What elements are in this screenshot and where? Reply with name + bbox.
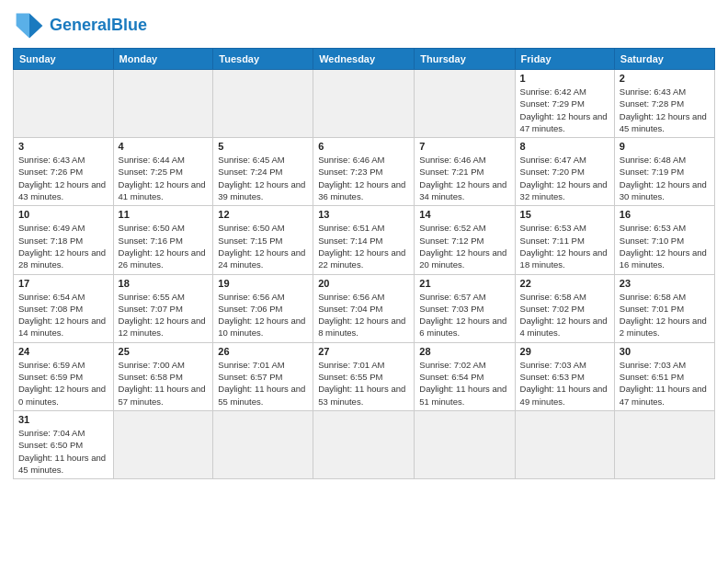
day-info: Sunrise: 7:03 AM Sunset: 6:51 PM Dayligh… — [620, 359, 710, 408]
day-info: Sunrise: 6:55 AM Sunset: 7:07 PM Dayligh… — [119, 291, 209, 339]
day-cell: 2Sunrise: 6:43 AM Sunset: 7:28 PM Daylig… — [614, 70, 714, 138]
svg-marker-1 — [17, 14, 29, 39]
day-cell: 18Sunrise: 6:55 AM Sunset: 7:07 PM Dayli… — [113, 274, 213, 342]
logo-blue: Blue — [111, 16, 147, 34]
day-cell — [213, 70, 313, 138]
day-info: Sunrise: 6:49 AM Sunset: 7:18 PM Dayligh… — [18, 222, 108, 270]
day-cell: 25Sunrise: 7:00 AM Sunset: 6:58 PM Dayli… — [113, 342, 213, 410]
day-info: Sunrise: 6:59 AM Sunset: 6:59 PM Dayligh… — [18, 359, 108, 408]
page: GeneralBlue SundayMondayTuesdayWednesday… — [0, 0, 728, 488]
svg-marker-0 — [29, 14, 42, 39]
day-number: 2 — [620, 73, 710, 84]
day-info: Sunrise: 6:54 AM Sunset: 7:08 PM Dayligh… — [18, 291, 108, 339]
day-info: Sunrise: 6:56 AM Sunset: 7:04 PM Dayligh… — [318, 291, 409, 339]
day-info: Sunrise: 6:43 AM Sunset: 7:28 PM Dayligh… — [620, 86, 710, 134]
day-cell: 19Sunrise: 6:56 AM Sunset: 7:06 PM Dayli… — [213, 274, 313, 342]
weekday-monday: Monday — [113, 49, 213, 70]
day-number: 17 — [18, 278, 108, 289]
day-number: 19 — [218, 278, 308, 289]
day-number: 15 — [520, 209, 609, 220]
day-number: 12 — [218, 209, 308, 220]
day-number: 28 — [419, 346, 509, 357]
week-row-2: 3Sunrise: 6:43 AM Sunset: 7:26 PM Daylig… — [14, 138, 715, 206]
day-number: 26 — [218, 346, 308, 357]
day-number: 9 — [620, 141, 710, 152]
weekday-header-row: SundayMondayTuesdayWednesdayThursdayFrid… — [14, 49, 715, 70]
day-info: Sunrise: 6:48 AM Sunset: 7:19 PM Dayligh… — [620, 154, 710, 202]
day-info: Sunrise: 6:46 AM Sunset: 7:23 PM Dayligh… — [318, 154, 409, 202]
day-cell — [113, 70, 213, 138]
logo-general: General — [50, 16, 111, 34]
day-info: Sunrise: 6:50 AM Sunset: 7:15 PM Dayligh… — [218, 222, 308, 270]
week-row-1: 1Sunrise: 6:42 AM Sunset: 7:29 PM Daylig… — [14, 70, 715, 138]
week-row-6: 31Sunrise: 7:04 AM Sunset: 6:50 PM Dayli… — [14, 410, 715, 478]
day-cell — [213, 410, 313, 478]
day-info: Sunrise: 6:47 AM Sunset: 7:20 PM Dayligh… — [520, 154, 609, 202]
day-number: 24 — [18, 346, 108, 357]
week-row-3: 10Sunrise: 6:49 AM Sunset: 7:18 PM Dayli… — [14, 206, 715, 274]
day-info: Sunrise: 6:58 AM Sunset: 7:01 PM Dayligh… — [620, 291, 710, 339]
day-info: Sunrise: 6:42 AM Sunset: 7:29 PM Dayligh… — [520, 86, 609, 134]
day-cell — [113, 410, 213, 478]
day-cell — [614, 410, 714, 478]
day-cell: 9Sunrise: 6:48 AM Sunset: 7:19 PM Daylig… — [614, 138, 714, 206]
day-cell: 5Sunrise: 6:45 AM Sunset: 7:24 PM Daylig… — [213, 138, 313, 206]
day-number: 13 — [318, 209, 409, 220]
day-info: Sunrise: 6:51 AM Sunset: 7:14 PM Dayligh… — [318, 222, 409, 270]
day-cell: 12Sunrise: 6:50 AM Sunset: 7:15 PM Dayli… — [213, 206, 313, 274]
day-cell: 24Sunrise: 6:59 AM Sunset: 6:59 PM Dayli… — [14, 342, 114, 410]
day-cell: 10Sunrise: 6:49 AM Sunset: 7:18 PM Dayli… — [14, 206, 114, 274]
day-number: 25 — [119, 346, 209, 357]
day-cell — [14, 70, 114, 138]
logo: GeneralBlue — [13, 9, 147, 42]
weekday-thursday: Thursday — [415, 49, 515, 70]
day-cell: 13Sunrise: 6:51 AM Sunset: 7:14 PM Dayli… — [313, 206, 415, 274]
day-number: 6 — [318, 141, 409, 152]
day-info: Sunrise: 7:00 AM Sunset: 6:58 PM Dayligh… — [119, 359, 209, 408]
day-cell: 3Sunrise: 6:43 AM Sunset: 7:26 PM Daylig… — [14, 138, 114, 206]
day-info: Sunrise: 7:02 AM Sunset: 6:54 PM Dayligh… — [419, 359, 509, 408]
day-info: Sunrise: 7:04 AM Sunset: 6:50 PM Dayligh… — [18, 427, 108, 476]
day-cell: 11Sunrise: 6:50 AM Sunset: 7:16 PM Dayli… — [113, 206, 213, 274]
day-number: 22 — [520, 278, 609, 289]
day-info: Sunrise: 7:01 AM Sunset: 6:55 PM Dayligh… — [318, 359, 409, 408]
weekday-sunday: Sunday — [14, 49, 114, 70]
day-cell: 17Sunrise: 6:54 AM Sunset: 7:08 PM Dayli… — [14, 274, 114, 342]
day-cell: 22Sunrise: 6:58 AM Sunset: 7:02 PM Dayli… — [515, 274, 614, 342]
day-cell — [415, 410, 515, 478]
calendar: SundayMondayTuesdayWednesdayThursdayFrid… — [13, 48, 715, 479]
day-info: Sunrise: 7:01 AM Sunset: 6:57 PM Dayligh… — [218, 359, 308, 408]
day-info: Sunrise: 6:44 AM Sunset: 7:25 PM Dayligh… — [119, 154, 209, 202]
day-cell: 27Sunrise: 7:01 AM Sunset: 6:55 PM Dayli… — [313, 342, 415, 410]
day-number: 3 — [18, 141, 108, 152]
day-cell: 1Sunrise: 6:42 AM Sunset: 7:29 PM Daylig… — [515, 70, 614, 138]
day-number: 8 — [520, 141, 609, 152]
day-cell: 14Sunrise: 6:52 AM Sunset: 7:12 PM Dayli… — [415, 206, 515, 274]
day-info: Sunrise: 6:43 AM Sunset: 7:26 PM Dayligh… — [18, 154, 108, 202]
day-cell: 7Sunrise: 6:46 AM Sunset: 7:21 PM Daylig… — [415, 138, 515, 206]
day-cell: 20Sunrise: 6:56 AM Sunset: 7:04 PM Dayli… — [313, 274, 415, 342]
header: GeneralBlue — [13, 9, 715, 42]
day-number: 20 — [318, 278, 409, 289]
logo-icon — [13, 9, 46, 42]
day-number: 23 — [620, 278, 710, 289]
day-cell: 21Sunrise: 6:57 AM Sunset: 7:03 PM Dayli… — [415, 274, 515, 342]
day-cell: 23Sunrise: 6:58 AM Sunset: 7:01 PM Dayli… — [614, 274, 714, 342]
day-number: 30 — [620, 346, 710, 357]
day-number: 16 — [620, 209, 710, 220]
day-number: 18 — [119, 278, 209, 289]
day-info: Sunrise: 6:57 AM Sunset: 7:03 PM Dayligh… — [419, 291, 509, 339]
day-cell: 8Sunrise: 6:47 AM Sunset: 7:20 PM Daylig… — [515, 138, 614, 206]
day-number: 7 — [419, 141, 509, 152]
day-cell — [415, 70, 515, 138]
logo-text: GeneralBlue — [50, 17, 147, 35]
day-cell: 29Sunrise: 7:03 AM Sunset: 6:53 PM Dayli… — [515, 342, 614, 410]
day-info: Sunrise: 6:53 AM Sunset: 7:10 PM Dayligh… — [620, 222, 710, 270]
day-info: Sunrise: 6:45 AM Sunset: 7:24 PM Dayligh… — [218, 154, 308, 202]
day-cell — [313, 410, 415, 478]
day-number: 29 — [520, 346, 609, 357]
day-info: Sunrise: 6:58 AM Sunset: 7:02 PM Dayligh… — [520, 291, 609, 339]
day-info: Sunrise: 6:52 AM Sunset: 7:12 PM Dayligh… — [419, 222, 509, 270]
weekday-wednesday: Wednesday — [313, 49, 415, 70]
day-number: 31 — [18, 414, 108, 425]
